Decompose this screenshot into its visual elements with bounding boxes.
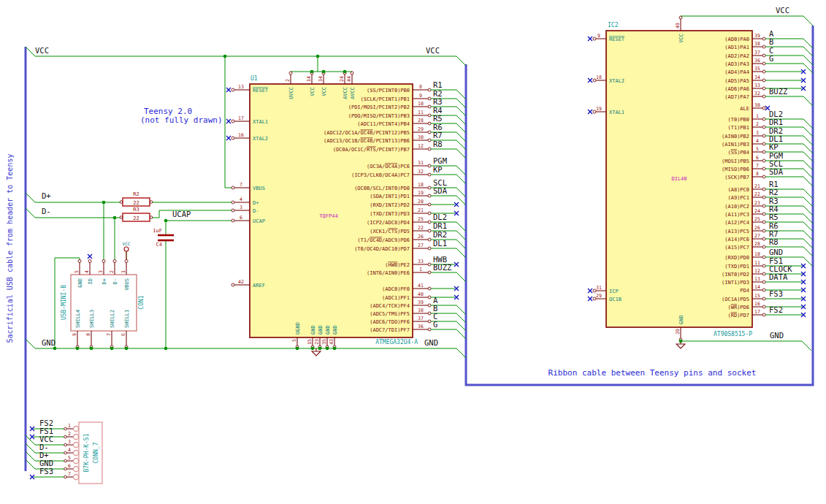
net-label-D-[interactable]: D-	[42, 207, 51, 215]
ic2-value[interactable]: AT90S8515-P	[714, 331, 752, 337]
junction-dot	[164, 219, 168, 223]
net-label-R5[interactable]: R5	[769, 213, 779, 221]
pin-number-u1-10: 10	[418, 101, 424, 107]
net-label-SDA[interactable]: SDA	[433, 186, 448, 195]
net-label-VCC[interactable]: VCC	[776, 6, 789, 15]
net-label-BUZZ[interactable]: BUZZ	[769, 87, 787, 96]
net-label-DATA[interactable]: DATA	[769, 272, 788, 281]
u1-symbol[interactable]: U1ATMEGA32U4-ATQFP4413RESET17XTAL116XTAL…	[226, 72, 431, 348]
pin-number-ic2-26: 26	[754, 225, 760, 231]
pin-number-ic2-4: 4	[756, 138, 759, 144]
net-label-GND[interactable]: GND	[424, 338, 438, 347]
pin-number-ic2-31: 31	[596, 285, 602, 291]
pin-name-u1-33: (HWB)PE2	[385, 262, 410, 268]
pin-number-u1-1: 1	[419, 267, 422, 272]
con1-reference[interactable]: CON1	[138, 295, 145, 309]
no-connect-icon	[588, 289, 592, 293]
pin-number-ic2-20: 20	[675, 329, 681, 335]
pin-name-con1-2: D-	[112, 278, 118, 284]
net-label-B[interactable]: B	[769, 37, 773, 46]
pin-number-ic2-35: 35	[754, 66, 760, 72]
net-label-R8[interactable]: R8	[433, 140, 443, 148]
net-label-G[interactable]: G	[433, 320, 437, 329]
net-label-FS3[interactable]: FS3	[39, 467, 53, 476]
net-label-DL1[interactable]: DL1	[433, 239, 447, 248]
net-label-PGM[interactable]: PGM	[433, 156, 447, 165]
ic2-symbol[interactable]: IC2AT90S8515-PDIL409RESET18XTAL219XTAL13…	[588, 16, 765, 341]
junction-dot	[318, 347, 322, 351]
net-label-R2[interactable]: R2	[769, 188, 779, 196]
pin-number-u1-44: 44	[346, 76, 352, 82]
capacitor-reference: C4	[156, 242, 162, 248]
u1-reference[interactable]: U1	[251, 75, 258, 82]
junction-dot	[310, 70, 314, 74]
net-label-DR2[interactable]: DR2	[433, 230, 447, 239]
pin-number-u1-38: 38	[418, 308, 424, 313]
pin-number-con1-5: 5	[74, 270, 80, 273]
wire-net-BUZZ	[765, 96, 813, 106]
pin-name-ic2-27: (A14)PC6	[724, 237, 749, 243]
pin-number-conn7-4: 4	[68, 447, 71, 453]
pin-name-u1-13: RESET	[253, 88, 269, 93]
pin-number-u1-12: 12	[418, 143, 424, 149]
pin-name-ic2-7: (MISO)PB6	[722, 167, 749, 172]
net-label-R8[interactable]: R8	[769, 237, 779, 246]
pin-name-con1-8: SHELL3	[89, 310, 95, 328]
junction-dot	[223, 55, 227, 58]
pin-number-u1-31: 31	[418, 160, 424, 166]
pin-number-u1-29: 29	[418, 126, 424, 132]
pin-number-ic2-22: 22	[754, 191, 760, 197]
pin-name-u1-12: (OC0A/OC1C/RTS/PCINT7)PB7	[333, 147, 410, 153]
net-label-DR1[interactable]: DR1	[433, 221, 447, 230]
no-connect-icon	[88, 254, 92, 259]
vcc-power-symbol[interactable]: VCC	[123, 241, 131, 260]
net-label-GND[interactable]: GND	[42, 338, 56, 347]
pin-name-u1-27: (T0/OC4D/ADC10)PD7	[354, 246, 410, 252]
pin-number-ic2-2: 2	[756, 121, 759, 127]
pin-number-u1-37: 37	[418, 316, 424, 321]
net-label-R7[interactable]: R7	[433, 131, 443, 140]
net-label-R3[interactable]: R3	[433, 97, 443, 106]
conn7-reference[interactable]: CONN_7	[93, 442, 99, 463]
pin-name-con1-5: GND	[77, 278, 83, 288]
net-label-VCC[interactable]: VCC	[35, 46, 49, 55]
pin-name-ic2-29: OC1B	[609, 297, 622, 302]
wire-vcc-rail-left	[26, 47, 466, 66]
net-label-FS2[interactable]: FS2	[769, 305, 783, 314]
pin-number-conn7-6: 6	[68, 463, 71, 469]
conn7-pad	[74, 451, 79, 456]
pin-name-ic2-30: ALE	[740, 106, 749, 112]
u1-value[interactable]: ATMEGA32U4-A	[375, 339, 418, 345]
net-label-KP[interactable]: KP	[433, 165, 443, 174]
net-label-GND[interactable]: GND	[769, 248, 783, 256]
net-label-VCC[interactable]: VCC	[426, 46, 440, 55]
pin-number-u1-20: 20	[418, 199, 424, 205]
con1-value[interactable]: USB-MINI-B	[61, 285, 67, 320]
pin-name-ic2-1: (T0)PB0	[727, 117, 749, 123]
pin-number-ic2-6: 6	[756, 155, 759, 161]
junction-dot	[164, 347, 168, 351]
net-label-UCAP[interactable]: UCAP	[172, 210, 191, 218]
resistor-r2[interactable]: R222	[120, 191, 153, 206]
schematic-canvas: U1ATMEGA32U4-ATQFP4413RESET17XTAL116XTAL…	[0, 0, 826, 504]
net-label-FS3[interactable]: FS3	[769, 289, 783, 298]
conn7-value[interactable]: B7K-PH-K-S1	[83, 433, 90, 472]
net-label-DL2[interactable]: DL2	[433, 213, 447, 221]
net-label-KP[interactable]: KP	[769, 142, 779, 151]
junction-dot	[113, 216, 117, 220]
net-label-R1[interactable]: R1	[433, 80, 443, 89]
net-label-GND[interactable]: GND	[770, 331, 784, 340]
pin-number-ic2-40: 40	[675, 23, 681, 28]
no-connect-icon	[226, 119, 231, 123]
net-label-D+[interactable]: D+	[42, 191, 51, 200]
connector-con1[interactable]: CON1USB-MINI-B5GND4ID3D+2D-1VBUS9SHELL48…	[61, 260, 145, 349]
net-label-DR1[interactable]: DR1	[769, 118, 783, 126]
net-label-BUZZ[interactable]: BUZZ	[433, 263, 451, 272]
net-label-SDA[interactable]: SDA	[769, 167, 784, 176]
resistor-r3[interactable]: R322	[120, 207, 153, 221]
net-label-G[interactable]: G	[769, 54, 773, 63]
capacitor-c4[interactable]: 1uFC4	[153, 221, 174, 348]
connector-conn7[interactable]: CONN_7B7K-PH-K-S11234567	[64, 422, 102, 484]
ic2-reference[interactable]: IC2	[608, 22, 619, 28]
net-label-R5[interactable]: R5	[433, 114, 443, 123]
